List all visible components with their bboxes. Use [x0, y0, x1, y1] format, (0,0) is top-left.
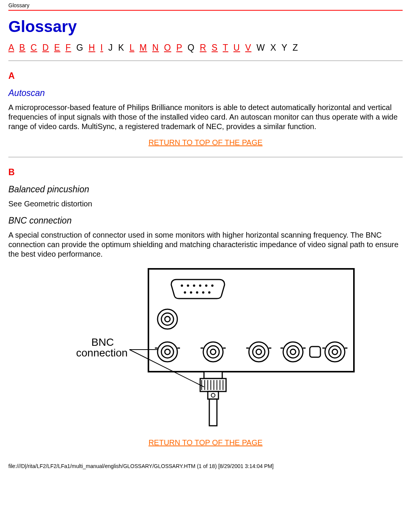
alpha-index-i[interactable]: I [100, 43, 103, 53]
alpha-index-a[interactable]: A [8, 43, 14, 53]
alpha-index-o[interactable]: O [164, 43, 171, 53]
alpha-index-r[interactable]: R [200, 43, 207, 53]
svg-point-4 [199, 284, 201, 287]
svg-point-5 [205, 284, 207, 287]
alpha-index-g: G [76, 43, 83, 53]
alpha-index-w: W [256, 43, 265, 53]
svg-point-2 [187, 284, 189, 287]
alpha-index-s[interactable]: S [212, 43, 218, 53]
svg-point-27 [256, 349, 261, 355]
diagram-label-line2: connection [76, 347, 127, 359]
svg-rect-41 [204, 372, 222, 379]
alpha-index-d[interactable]: D [42, 43, 49, 53]
alpha-index-l[interactable]: L [129, 43, 134, 53]
alpha-index-e[interactable]: E [54, 43, 60, 53]
alpha-index-k: K [118, 43, 124, 53]
term-body-bnc-connection: A special construction of connector used… [8, 230, 403, 259]
section-divider [8, 157, 403, 157]
term-title-bnc-connection: BNC connection [8, 216, 403, 226]
alpha-index-v[interactable]: V [245, 43, 251, 53]
alpha-index-t[interactable]: T [223, 43, 228, 53]
section-letter-b: B [8, 167, 403, 177]
alpha-index-p[interactable]: P [176, 43, 182, 53]
alpha-index-f[interactable]: F [65, 43, 71, 53]
alpha-index-c[interactable]: C [30, 43, 37, 53]
term-title-autoscan: Autoscan [8, 88, 403, 98]
alpha-index-x: X [270, 43, 276, 53]
alpha-index-h[interactable]: H [89, 43, 96, 53]
svg-point-10 [202, 291, 204, 294]
footer-status: file:///D|/rita/LF2/LF2/LFa1/multi_manua… [0, 457, 411, 474]
svg-point-11 [208, 291, 210, 294]
page-title: Glossary [8, 18, 403, 36]
svg-point-6 [211, 284, 213, 287]
svg-point-3 [193, 284, 195, 287]
term-body-autoscan: A microprocessor-based feature of Philip… [8, 103, 403, 131]
header-label: Glossary [0, 0, 411, 10]
svg-point-17 [165, 349, 170, 355]
alpha-index: A B C D E F G H I J K L M N O P Q R S T … [8, 43, 403, 53]
svg-point-52 [211, 393, 215, 397]
svg-point-32 [290, 349, 296, 355]
term-body-balanced-pincushion: See Geometric distortion [8, 199, 403, 209]
alpha-index-z: Z [293, 43, 298, 53]
svg-point-7 [184, 291, 186, 294]
alpha-index-y: Y [282, 43, 288, 53]
svg-point-9 [196, 291, 198, 294]
bnc-diagram-svg: BNC connection [53, 266, 358, 430]
svg-point-38 [332, 349, 338, 355]
return-to-top-link[interactable]: RETURN TO TOP OF THE PAGE [148, 438, 263, 447]
bnc-diagram: BNC connection [8, 266, 403, 431]
alpha-index-m[interactable]: M [139, 43, 147, 53]
svg-point-1 [181, 284, 183, 287]
alpha-index-j: J [108, 43, 113, 53]
alpha-index-n[interactable]: N [152, 43, 159, 53]
section-letter-a: A [8, 71, 403, 81]
alpha-index-u[interactable]: U [233, 43, 240, 53]
alpha-index-q: Q [188, 43, 195, 53]
svg-point-22 [210, 349, 216, 355]
svg-rect-35 [310, 347, 320, 357]
header-divider [8, 10, 403, 11]
svg-point-8 [190, 291, 192, 294]
section-divider [8, 61, 403, 61]
svg-point-14 [165, 316, 170, 322]
alpha-index-b[interactable]: B [19, 43, 25, 53]
return-to-top-link[interactable]: RETURN TO TOP OF THE PAGE [148, 138, 263, 147]
svg-rect-42 [200, 379, 226, 391]
term-title-balanced-pincushion: Balanced pincushion [8, 184, 403, 195]
svg-rect-53 [209, 399, 217, 426]
diagram-label-line1: BNC [91, 336, 114, 348]
